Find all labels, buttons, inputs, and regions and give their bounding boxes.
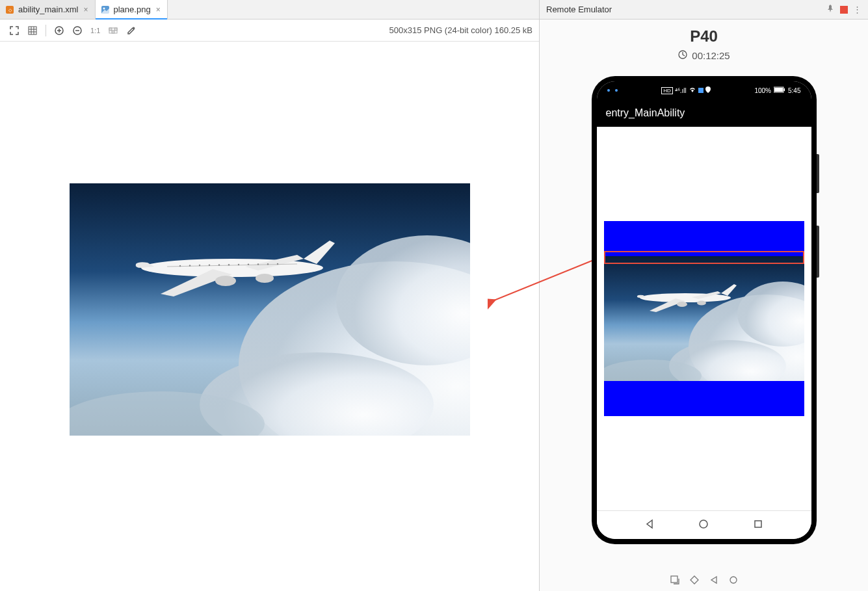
emulator-info: P40 00:12:25 — [540, 20, 868, 70]
emulator-header: Remote Emulator ⋮ — [540, 0, 868, 20]
home-nav-icon[interactable] — [728, 575, 739, 587]
image-toolbar: 1:1 500x315 PNG (24-bit color) 160.25 kB — [0, 20, 539, 42]
more-icon[interactable]: ⋮ — [853, 5, 861, 14]
svg-rect-41 — [774, 88, 783, 92]
image-file-icon — [101, 5, 110, 14]
tab-plane-png[interactable]: plane.png × — [96, 0, 168, 19]
svg-point-34 — [248, 264, 249, 265]
svg-point-51 — [700, 520, 707, 528]
fit-screen-icon[interactable] — [7, 23, 22, 38]
svg-point-36 — [267, 263, 269, 265]
back-nav-icon[interactable] — [709, 575, 719, 587]
svg-point-48 — [640, 293, 731, 302]
phone-container: HD ⁴⁶.ıll 100% — [540, 70, 868, 570]
svg-point-24 — [215, 276, 236, 286]
svg-point-33 — [238, 264, 239, 265]
svg-point-3 — [103, 7, 105, 9]
close-icon[interactable]: × — [155, 5, 162, 14]
one-to-one-button[interactable]: 1:1 — [88, 23, 103, 38]
editor-tabs: ◇ ability_main.xml × plane.png × — [0, 0, 539, 20]
phone-frame: HD ⁴⁶.ıll 100% — [592, 76, 817, 544]
phone-statusbar: HD ⁴⁶.ıll 100% — [597, 81, 811, 99]
svg-point-50 — [697, 301, 706, 306]
svg-point-23 — [141, 259, 323, 277]
home-button[interactable] — [698, 518, 709, 532]
phone-navbar — [597, 510, 811, 539]
tab-label: plane.png — [114, 5, 151, 14]
image-canvas[interactable] — [0, 42, 539, 591]
svg-point-30 — [209, 265, 210, 266]
signal-icon: ⁴⁶.ıll — [675, 87, 687, 94]
device-name: P40 — [540, 27, 868, 46]
svg-point-49 — [677, 302, 687, 307]
battery-icon — [774, 86, 785, 94]
svg-point-31 — [218, 264, 220, 265]
app-title: entry_MainAbility — [606, 107, 685, 119]
highlight-annotation — [604, 251, 804, 264]
checker-bg-icon[interactable] — [105, 23, 121, 38]
emulator-panel: Remote Emulator ⋮ P40 00:12:25 — [540, 0, 868, 591]
app-titlebar: entry_MainAbility — [597, 99, 811, 127]
clock-icon — [677, 49, 688, 62]
zoom-in-icon[interactable] — [51, 23, 67, 38]
pin-icon[interactable] — [826, 4, 835, 15]
image-info: 500x315 PNG (24-bit color) 160.25 kB — [389, 25, 533, 35]
svg-point-35 — [257, 263, 259, 265]
svg-point-25 — [256, 274, 274, 283]
zoom-out-icon[interactable] — [70, 23, 85, 38]
phone-screen[interactable]: HD ⁴⁶.ıll 100% — [597, 81, 811, 539]
svg-rect-17 — [112, 31, 114, 33]
tab-ability-main-xml[interactable]: ◇ ability_main.xml × — [0, 0, 96, 19]
svg-rect-16 — [114, 28, 117, 31]
svg-point-28 — [189, 265, 191, 266]
app-content — [597, 127, 811, 510]
plane-image — [70, 183, 470, 436]
svg-rect-15 — [109, 28, 112, 31]
recent-button[interactable] — [752, 518, 764, 532]
time: 5:45 — [788, 87, 800, 94]
svg-point-32 — [228, 264, 230, 265]
hd-indicator: HD — [661, 87, 673, 94]
tab-label: ability_main.xml — [18, 5, 78, 14]
grid-icon[interactable] — [25, 23, 40, 38]
svg-rect-4 — [29, 27, 36, 34]
image-viewer-panel: ◇ ability_main.xml × plane.png × — [0, 0, 540, 591]
bluetooth-icon — [698, 88, 704, 93]
battery-percent: 100% — [754, 87, 771, 94]
image-container — [604, 221, 804, 416]
rotate-icon[interactable] — [689, 575, 700, 587]
emulator-bottom-toolbar — [540, 570, 868, 591]
svg-point-54 — [730, 577, 737, 583]
svg-point-37 — [277, 263, 278, 265]
svg-point-27 — [179, 265, 181, 267]
stop-icon[interactable] — [840, 6, 848, 14]
xml-file-icon: ◇ — [5, 5, 14, 14]
wifi-icon — [689, 86, 696, 94]
emulator-title: Remote Emulator — [546, 5, 612, 14]
close-icon[interactable]: × — [82, 5, 89, 14]
svg-rect-52 — [755, 521, 761, 527]
svg-rect-42 — [783, 88, 785, 91]
color-picker-icon[interactable] — [124, 23, 139, 38]
screenshot-icon[interactable] — [670, 575, 680, 587]
emulator-timer: 00:12:25 — [540, 49, 868, 62]
plane-image-small — [604, 256, 804, 381]
svg-point-29 — [199, 265, 200, 266]
back-button[interactable] — [644, 518, 655, 532]
location-icon — [705, 86, 711, 94]
svg-rect-53 — [671, 576, 677, 583]
timer-value: 00:12:25 — [692, 50, 730, 61]
